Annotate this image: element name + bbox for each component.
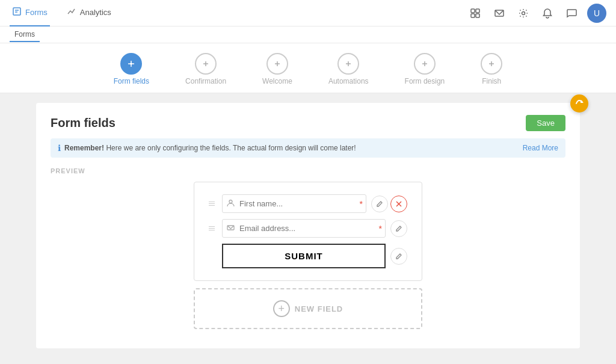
info-bold: Remember! xyxy=(64,144,104,152)
wizard-step-finish[interactable]: Finish xyxy=(481,53,502,85)
new-field-area[interactable]: + NEW FIELD xyxy=(194,288,422,329)
panel-header: Form fields Save xyxy=(51,115,565,131)
wizard-step-label-5: Form design xyxy=(405,77,445,85)
wizard-step-circle-2 xyxy=(195,53,217,75)
info-text: Here we are only configuring the fields.… xyxy=(106,144,356,152)
submit-row: SUBMIT xyxy=(209,244,407,268)
grid-icon-btn[interactable] xyxy=(467,5,484,22)
wizard-step-label-6: Finish xyxy=(482,77,501,85)
firstname-input[interactable] xyxy=(222,194,366,213)
wizard-step-circle-4 xyxy=(337,53,359,75)
forms-tab-label: Forms xyxy=(25,8,48,17)
main-content: Form fields Save ℹ Remember! Here we are… xyxy=(0,93,616,364)
analytics-tab-label: Analytics xyxy=(80,8,111,17)
wizard-step-circle-3 xyxy=(266,53,288,75)
wizard-step-circle-1 xyxy=(120,53,142,75)
info-icon: ℹ xyxy=(58,143,61,153)
sub-nav-tab-label: Forms xyxy=(14,30,35,39)
sub-nav: Forms xyxy=(0,26,616,43)
form-preview: * xyxy=(194,182,422,281)
form-fields-panel: Form fields Save ℹ Remember! Here we are… xyxy=(36,103,580,348)
svg-rect-0 xyxy=(13,8,20,15)
mail-icon-btn[interactable] xyxy=(491,5,508,22)
wizard-step-welcome[interactable]: Welcome xyxy=(262,53,292,85)
wizard-step-form-fields[interactable]: Form fields xyxy=(114,53,149,85)
wizard-step-automations[interactable]: Automations xyxy=(328,53,369,85)
firstname-input-wrap: * xyxy=(222,194,366,213)
wizard-step-confirmation[interactable]: Confirmation xyxy=(185,53,226,85)
wizard-step-label-1: Form fields xyxy=(114,77,149,85)
wizard-step-form-design[interactable]: Form design xyxy=(405,53,445,85)
chat-icon-btn[interactable] xyxy=(563,5,580,22)
drag-handle-firstname[interactable] xyxy=(209,202,217,206)
svg-rect-5 xyxy=(471,14,475,17)
bell-icon-btn[interactable] xyxy=(539,5,556,22)
svg-point-8 xyxy=(522,11,525,14)
new-field-plus-icon: + xyxy=(273,300,290,317)
panel-title: Form fields xyxy=(51,116,116,130)
firstname-actions xyxy=(371,196,407,212)
user-avatar[interactable]: U xyxy=(587,4,606,23)
sub-nav-forms-tab[interactable]: Forms xyxy=(10,28,40,42)
svg-rect-3 xyxy=(471,9,475,13)
forms-icon xyxy=(12,7,22,18)
svg-rect-6 xyxy=(476,14,479,17)
preview-label: PREVIEW xyxy=(51,167,565,174)
nav-right: U xyxy=(467,4,606,23)
nav-tab-analytics[interactable]: Analytics xyxy=(64,0,114,26)
nav-tab-forms[interactable]: Forms xyxy=(10,0,50,26)
firstname-edit-btn[interactable] xyxy=(371,196,388,212)
info-bar-left: ℹ Remember! Here we are only configuring… xyxy=(58,143,356,153)
firstname-delete-btn[interactable] xyxy=(390,196,407,212)
float-action-btn[interactable] xyxy=(570,94,588,113)
submit-preview-btn[interactable]: SUBMIT xyxy=(222,244,386,268)
field-row-email: * xyxy=(209,219,407,238)
info-bar: ℹ Remember! Here we are only configuring… xyxy=(51,138,565,158)
new-field-label: NEW FIELD xyxy=(295,304,343,313)
analytics-icon xyxy=(67,7,76,18)
email-actions xyxy=(390,220,407,237)
gear-icon-btn[interactable] xyxy=(515,5,532,22)
save-button[interactable]: Save xyxy=(526,115,565,131)
step-wizard: Form fields Confirmation Welcome Automat… xyxy=(0,43,616,93)
email-input[interactable] xyxy=(222,219,386,238)
email-required: * xyxy=(379,224,382,233)
wizard-step-circle-6 xyxy=(481,53,502,75)
svg-rect-4 xyxy=(476,9,479,13)
email-input-wrap: * xyxy=(222,219,386,238)
form-preview-container: * xyxy=(51,182,565,336)
wizard-step-label-2: Confirmation xyxy=(185,77,226,85)
avatar-label: U xyxy=(594,8,600,18)
email-edit-btn[interactable] xyxy=(390,220,407,237)
person-icon xyxy=(227,199,235,209)
email-icon xyxy=(227,224,235,233)
wizard-step-label-4: Automations xyxy=(328,77,369,85)
wizard-step-circle-5 xyxy=(414,53,436,75)
wizard-step-label-3: Welcome xyxy=(262,77,292,85)
field-row-firstname: * xyxy=(209,194,407,213)
read-more-link[interactable]: Read More xyxy=(523,144,558,152)
nav-tabs: Forms Analytics xyxy=(10,0,467,26)
svg-point-21 xyxy=(229,200,232,203)
submit-edit-btn[interactable] xyxy=(390,248,407,265)
firstname-required: * xyxy=(360,199,363,209)
drag-handle-email[interactable] xyxy=(209,226,217,230)
top-nav: Forms Analytics xyxy=(0,0,616,26)
submit-actions xyxy=(390,248,407,265)
